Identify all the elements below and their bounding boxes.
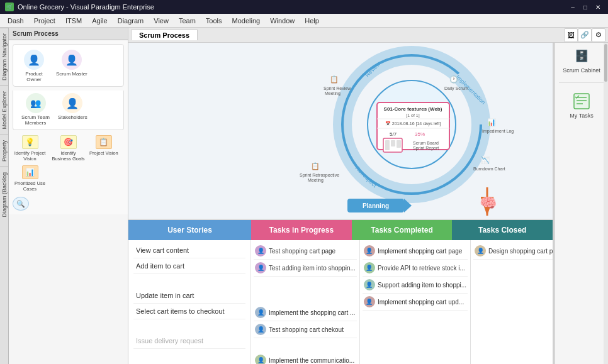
search-icon[interactable]: 🔍 (13, 197, 29, 211)
vtab-property[interactable]: Property (0, 135, 8, 167)
roles-container: 👤 Product Owner 👤 Scrum Master (13, 44, 124, 87)
svg-rect-16 (397, 140, 401, 148)
title-bar: 🛒 Online Grocery - Visual Paradigm Enter… (0, 0, 608, 14)
col-header-completed: Tasks Completed (352, 220, 453, 240)
backlog-item-uc: 📊 Prioritized Use Cases (13, 165, 47, 192)
task-test-adding: 👤 Test adding item into shoppin... (254, 260, 357, 277)
vtab-diagram-navigator[interactable]: Diagram Navigator (0, 28, 8, 85)
task-avatar-7: 👤 (255, 355, 266, 364)
backlog-item-pv: 📋 Project Vision (89, 135, 118, 162)
menu-view[interactable]: View (149, 16, 174, 26)
menu-itsm[interactable]: ITSM (60, 16, 87, 26)
sidebar-diagram-area: 👤 Product Owner 👤 Scrum Master 👥 Scrum T… (9, 40, 128, 214)
role-stakeholders: 👤 Stakeholders (58, 93, 87, 126)
completed-avatar-1: 👤 (364, 262, 375, 273)
completed-spacer (363, 311, 468, 364)
task-text-4: Implement the shopping cart ... (269, 309, 355, 316)
svg-text:Daily Scrum: Daily Scrum (444, 86, 468, 91)
task-avatar-1: 👤 (255, 262, 266, 273)
task-impl-update: 👤 Implement shopping cart upd... (363, 294, 468, 311)
right-panel: 🗄️ Scrum Cabinet My Tasks (555, 43, 608, 364)
svg-text:Sprint Retrospective: Sprint Retrospective (300, 173, 339, 178)
task-text-1: Test adding item into shoppin... (269, 265, 356, 272)
main-tab-bar: Scrum Process 🖼 🔗 ⚙ (128, 28, 608, 43)
story-spacer1 (133, 274, 245, 288)
svg-text:🧠: 🧠 (480, 194, 497, 211)
svg-text:Planning: Planning (363, 202, 389, 209)
team-label: Scrum Team Members (18, 114, 53, 126)
menu-tools[interactable]: Tools (201, 16, 227, 26)
my-tasks-svg (573, 92, 590, 110)
task-provide-api: 👤 Provide API to retrieve stock i... (363, 260, 468, 277)
pv-label: Project Vision (89, 150, 118, 156)
sidebar-title: Scrum Process (9, 28, 128, 40)
svg-rect-15 (391, 140, 395, 146)
scrum-cabinet-item[interactable]: 🗄️ Scrum Cabinet (563, 47, 600, 74)
my-tasks-item[interactable]: My Tasks (570, 92, 593, 119)
col-header-in-progress: Tasks in Progress (251, 220, 352, 240)
backlog-items-container: 💡 Identify Project Vision 🎯 Identify Bus… (13, 135, 124, 211)
sidebar-tools: 🔍 (13, 197, 124, 211)
toolbar-btn3[interactable]: ⚙ (592, 28, 605, 42)
main-content: Scrum Process 🖼 🔗 ⚙ (128, 28, 608, 364)
svg-text:Scrum Board: Scrum Board (413, 141, 439, 145)
user-stories-col: View cart content Add item to cart Updat… (128, 240, 251, 364)
close-button[interactable]: ✕ (593, 3, 603, 11)
svg-text:5/7: 5/7 (390, 131, 397, 137)
scrum-cabinet-label: Scrum Cabinet (563, 67, 600, 74)
menu-window[interactable]: Window (265, 16, 300, 26)
tab-scrum-process[interactable]: Scrum Process (131, 30, 198, 40)
task-support-adding: 👤 Support adding item to shoppi... (363, 277, 468, 294)
scrum-diagram: S01-Core features (Web) [1 of 1] 📅 2018-… (128, 43, 553, 219)
menu-modeling[interactable]: Modeling (227, 16, 266, 26)
toolbar-btn1[interactable]: 🖼 (564, 28, 578, 42)
svg-text:Sprint Review: Sprint Review (324, 86, 351, 91)
backlog-grid: 💡 Identify Project Vision 🎯 Identify Bus… (13, 135, 124, 192)
scrum-master-icon: 👤 (62, 50, 82, 70)
menu-agile[interactable]: Agile (87, 16, 112, 26)
menu-project[interactable]: Project (29, 16, 60, 26)
right-scrollbar[interactable] (604, 43, 608, 364)
roles-row1: 👤 Product Owner 👤 Scrum Master (18, 50, 87, 82)
maximize-button[interactable]: □ (580, 3, 590, 11)
closed-avatar-0: 👤 (475, 245, 486, 256)
stakeholders-label: Stakeholders (58, 114, 87, 120)
toolbar-btn2[interactable]: 🔗 (578, 28, 592, 42)
task-avatar-5: 👤 (255, 324, 266, 335)
task-test-checkout: 👤 Test shopping cart chekout (254, 321, 357, 338)
pv-icon: 📋 (96, 135, 112, 149)
my-tasks-icon (570, 92, 593, 111)
menu-help[interactable]: Help (300, 16, 324, 26)
vertical-tabs: Diagram Navigator Model Explorer Propert… (0, 28, 9, 364)
vtab-model-explorer[interactable]: Model Explorer (0, 85, 8, 135)
app-body: Diagram Navigator Model Explorer Propert… (0, 28, 608, 364)
goals-label: Identify Business Goals (51, 150, 86, 162)
minimize-button[interactable]: – (568, 3, 578, 11)
menu-diagram[interactable]: Diagram (113, 16, 149, 26)
vision-icon: 💡 (22, 135, 38, 149)
task-test-cart: 👤 Test shopping cart page (254, 243, 357, 260)
menu-bar: Dash Project ITSM Agile Diagram View Tea… (0, 14, 608, 28)
product-owner-icon: 👤 (24, 50, 44, 70)
svg-text:📅 2018-08-16 [14 days left]: 📅 2018-08-16 [14 days left] (385, 121, 441, 126)
task-text-5: Test shopping cart chekout (269, 326, 344, 333)
role-scrum-master: 👤 Scrum Master (56, 50, 87, 82)
svg-text:S01-Core features (Web): S01-Core features (Web) (384, 106, 442, 112)
kanban-board: User Stories Tasks in Progress Tasks Com… (128, 219, 553, 364)
menu-dash[interactable]: Dash (3, 16, 29, 26)
story-delivery: Issue delivery request (133, 333, 245, 349)
story-select-checkout: Select cart items to checkout (133, 304, 245, 319)
backlog-item-vision: 💡 Identify Project Vision (13, 135, 47, 162)
menu-team[interactable]: Team (174, 16, 201, 26)
col-header-user-stories: User Stories (128, 220, 251, 240)
divider (559, 82, 604, 83)
completed-avatar-0: 👤 (364, 245, 375, 256)
right-scrollbar-thumb[interactable] (604, 44, 607, 82)
kanban-headers: User Stories Tasks in Progress Tasks Com… (128, 220, 553, 240)
closed-col: 👤 Design shopping cart page (471, 240, 553, 364)
vtab-diagram-backlog[interactable]: Diagram (Backlog (0, 167, 8, 223)
task-avatar-4: 👤 (255, 307, 266, 318)
completed-text-2: Support adding item to shoppi... (378, 282, 466, 289)
uc-icon: 📊 (22, 165, 38, 179)
story-spacer2 (133, 319, 245, 333)
